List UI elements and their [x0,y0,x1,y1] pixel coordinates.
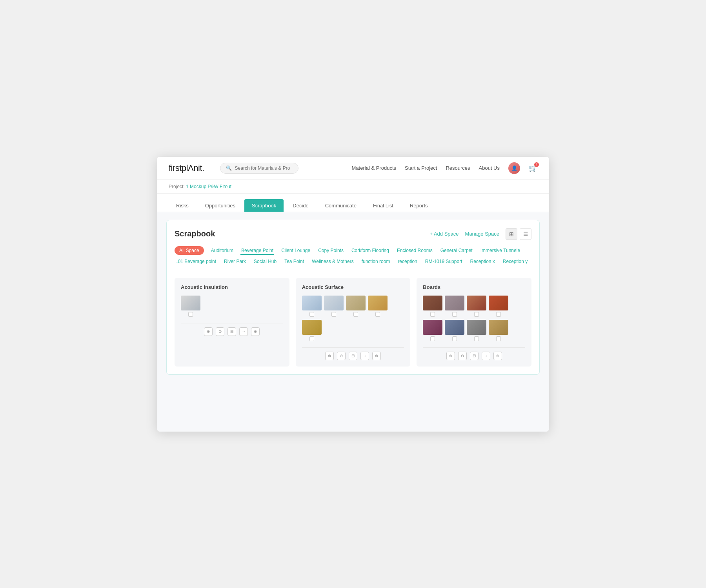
image-checkbox[interactable] [496,336,501,341]
search-input[interactable] [235,165,290,171]
manage-space-button[interactable]: Manage Space [465,231,499,237]
filter-reception-y[interactable]: Reception y [502,257,528,266]
tab-scrapbook[interactable]: Scrapbook [244,199,284,212]
nav-materials[interactable]: Material & Products [352,165,396,171]
footer-icon-move[interactable]: → [482,352,490,360]
product-image[interactable] [302,296,322,310]
filter-function-room[interactable]: function room [361,257,391,266]
image-checkbox[interactable] [430,336,435,341]
image-checkbox[interactable] [452,312,457,317]
scrapbook-actions: + Add Space Manage Space ⊞ ☰ [429,228,531,240]
filter-tea-point[interactable]: Tea Point [284,257,305,266]
filter-enclosed-rooms[interactable]: Enclosed Rooms [396,246,433,255]
footer-icon-move[interactable]: → [360,352,369,360]
filter-general-carpet[interactable]: General Carpet [440,246,473,255]
footer-icon-zoom[interactable]: ⊙ [337,352,346,360]
card-title-3: Boards [423,284,525,290]
image-item [445,320,464,341]
breadcrumb-project-link[interactable]: 1 Mockup P&W Fitout [186,184,231,189]
tabs-bar: Risks Opportunities Scrapbook Decide Com… [157,194,549,212]
product-image[interactable] [445,296,464,310]
product-image[interactable] [445,320,464,335]
tab-decide[interactable]: Decide [285,199,316,212]
cards-grid: Acoustic Insulation ⊕ ⊙ ⊟ → ⊕ [175,278,531,367]
tab-reports[interactable]: Reports [402,199,435,212]
footer-icon-delete[interactable]: ⊕ [251,327,260,336]
footer-icon-add[interactable]: ⊕ [325,352,334,360]
product-image[interactable] [489,320,508,335]
filter-l01[interactable]: L01 Beverage point [175,257,217,266]
filter-all-space[interactable]: All Space [175,246,204,255]
footer-icon-delete[interactable]: ⊕ [493,352,502,360]
card-boards: Boards [417,278,531,367]
footer-icon-add[interactable]: ⊕ [446,352,455,360]
product-image[interactable] [324,296,344,310]
footer-icon-zoom[interactable]: ⊙ [458,352,467,360]
image-item [423,320,442,341]
footer-icon-add[interactable]: ⊕ [204,327,213,336]
image-checkbox[interactable] [452,336,457,341]
filter-rm1019[interactable]: RM-1019 Support [424,257,463,266]
filter-corkform[interactable]: Corkform Flooring [351,246,390,255]
tab-risks[interactable]: Risks [169,199,196,212]
image-checkbox[interactable] [331,312,336,317]
footer-icon-copy[interactable]: ⊟ [470,352,479,360]
tab-opportunities[interactable]: Opportunities [198,199,243,212]
card-images-row-2 [302,320,404,341]
filter-reception-x[interactable]: Reception x [469,257,495,266]
filter-auditorium[interactable]: Auditorium [210,246,234,255]
cart-badge: 1 [534,162,539,167]
nav-start-project[interactable]: Start a Project [405,165,437,171]
filter-immersive[interactable]: Immersive Tunnele [480,246,521,255]
image-item [467,320,486,341]
card-images-row-1 [302,296,404,317]
tab-communicate[interactable]: Communicate [318,199,364,212]
footer-icon-copy[interactable]: ⊟ [349,352,357,360]
product-image[interactable] [489,296,508,310]
image-checkbox[interactable] [309,312,314,317]
scrapbook-title: Scrapbook [175,229,215,238]
footer-icon-zoom[interactable]: ⊙ [216,327,224,336]
image-checkbox[interactable] [430,312,435,317]
filter-river-park[interactable]: River Park [223,257,247,266]
product-image[interactable] [423,296,442,310]
filter-beverage-point[interactable]: Beverage Point [240,246,274,255]
image-checkbox[interactable] [496,312,501,317]
footer-icon-delete[interactable]: ⊕ [372,352,381,360]
image-checkbox[interactable] [474,312,479,317]
filter-social-hub[interactable]: Social Hub [253,257,277,266]
grid-view-button[interactable]: ⊞ [506,228,517,240]
product-image[interactable] [181,296,200,310]
product-image[interactable] [423,320,442,335]
image-checkbox[interactable] [375,312,380,317]
top-nav: firstplΛnit. 🔍 Material & Products Start… [157,157,549,180]
product-image[interactable] [368,296,388,310]
card-footer-3: ⊕ ⊙ ⊟ → ⊕ [423,347,525,360]
filter-reception[interactable]: reception [397,257,418,266]
image-item [489,320,508,341]
image-checkbox[interactable] [353,312,358,317]
product-image[interactable] [302,320,322,335]
image-checkbox[interactable] [188,312,193,317]
product-image[interactable] [467,296,486,310]
card-images-row-1 [423,296,525,317]
add-space-button[interactable]: + Add Space [429,231,459,237]
product-image[interactable] [467,320,486,335]
search-bar[interactable]: 🔍 [220,163,298,174]
list-view-button[interactable]: ☰ [520,228,531,240]
app-logo: firstplΛnit. [169,163,204,173]
card-acoustic-insulation: Acoustic Insulation ⊕ ⊙ ⊟ → ⊕ [175,278,289,367]
nav-resources[interactable]: Resources [446,165,470,171]
footer-icon-copy[interactable]: ⊟ [227,327,236,336]
avatar[interactable]: 👤 [508,162,520,174]
image-checkbox[interactable] [474,336,479,341]
product-image[interactable] [346,296,366,310]
footer-icon-move[interactable]: → [239,327,248,336]
tab-final-list[interactable]: Final List [366,199,401,212]
filter-copy-points[interactable]: Copy Points [317,246,344,255]
filter-client-lounge[interactable]: Client Lounge [280,246,311,255]
filter-wellness[interactable]: Wellness & Mothers [311,257,354,266]
image-checkbox[interactable] [309,336,314,341]
cart-icon[interactable]: 🛒 1 [529,164,537,172]
nav-about[interactable]: About Us [479,165,500,171]
